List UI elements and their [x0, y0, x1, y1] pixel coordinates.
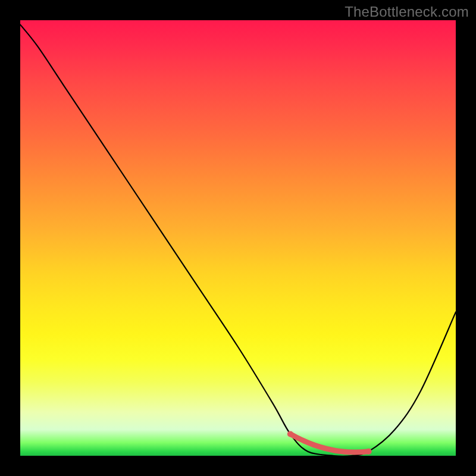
- optimal-region-marker: [290, 434, 369, 452]
- curve-layer: [20, 20, 456, 456]
- optimal-region-end-dot: [366, 449, 372, 455]
- chart-frame: TheBottleneck.com: [0, 0, 476, 476]
- optimal-region-start-dot: [287, 431, 293, 437]
- plot-area: [20, 20, 456, 456]
- bottleneck-curve: [20, 24, 456, 456]
- watermark-text: TheBottleneck.com: [345, 4, 469, 20]
